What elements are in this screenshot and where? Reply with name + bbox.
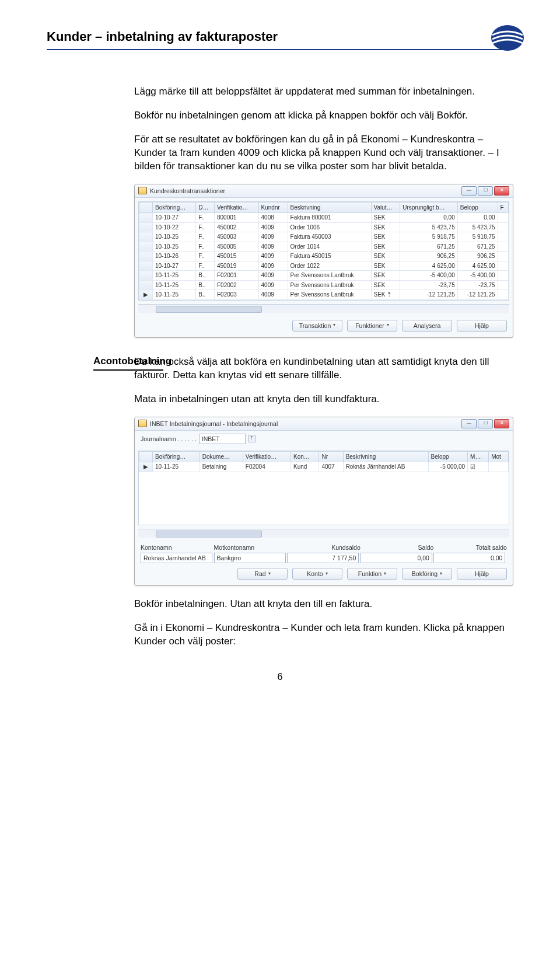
journal-name-field[interactable]: INBET xyxy=(199,434,246,444)
column-header[interactable]: Kundnr xyxy=(258,202,288,213)
horizontal-scrollbar[interactable] xyxy=(138,304,509,313)
saldo-label: Saldo xyxy=(360,543,434,552)
kontonamn-value: Roknäs Järnhandel AB xyxy=(141,553,212,563)
brand-logo xyxy=(490,23,525,53)
chevron-down-icon: ▾ xyxy=(387,322,389,329)
header-rule xyxy=(47,49,513,50)
table-row[interactable]: ▶10-11-25B..F020034009Per Svenssons Lant… xyxy=(139,290,509,300)
table-row[interactable]: ▶10-11-25BetalningF02004Kund4007Roknäs J… xyxy=(139,462,509,472)
table-row[interactable]: 10-11-25B..F020014009Per Svenssons Lantb… xyxy=(139,271,509,281)
column-header[interactable]: Dokume… xyxy=(200,451,243,462)
totalt-value: 0,00 xyxy=(433,553,505,563)
table-row[interactable]: 10-10-25F..4500034009Faktura 450003SEK5 … xyxy=(139,232,509,242)
kontonamn-label: Kontonamn xyxy=(141,543,214,552)
column-header[interactable]: F xyxy=(498,202,508,213)
funktion-button[interactable]: Funktion▾ xyxy=(347,568,397,580)
saldo-value: 0,00 xyxy=(360,553,432,563)
help-button[interactable]: Hjälp xyxy=(457,568,507,580)
window-title: INBET Inbetalningsjournal - Inbetalnings… xyxy=(150,420,278,428)
column-header[interactable]: Mot xyxy=(489,451,509,462)
kundsaldo-label: Kundsaldo xyxy=(287,543,360,552)
column-header[interactable] xyxy=(139,451,153,462)
window-titlebar: INBET Inbetalningsjournal - Inbetalnings… xyxy=(135,417,513,431)
table-row[interactable]: 10-10-22F..4500024009Order 1006SEK5 423,… xyxy=(139,222,509,232)
chevron-down-icon: ▾ xyxy=(333,322,335,329)
window-titlebar: Kundreskontratransaktioner — ☐ ✕ xyxy=(135,184,513,198)
transaction-button[interactable]: Transaktion▾ xyxy=(292,320,342,332)
column-header[interactable]: Belopp xyxy=(457,202,498,213)
page-title: Kunder – inbetalning av fakturaposter xyxy=(47,29,513,44)
column-header[interactable]: Belopp xyxy=(428,451,468,462)
maximize-button[interactable]: ☐ xyxy=(478,419,493,428)
table-row[interactable]: 10-10-27F..8000014008Faktura 800001SEK0,… xyxy=(139,213,509,223)
page-number: 6 xyxy=(47,672,513,682)
kundsaldo-value: 7 177,50 xyxy=(287,553,359,563)
column-header[interactable]: Kon… xyxy=(290,451,318,462)
analyze-button[interactable]: Analysera xyxy=(402,320,452,332)
window-icon xyxy=(138,187,147,194)
column-header[interactable]: Beskrivning xyxy=(288,202,371,213)
totalt-label: Totalt saldo xyxy=(433,543,507,552)
journal-name-label: Journalnamn . . . . . . xyxy=(141,435,197,443)
journal-table[interactable]: Bokföring…Dokume…Verifikatio…Kon…NrBeskr… xyxy=(139,451,509,472)
column-header[interactable]: Bokföring… xyxy=(153,451,200,462)
column-header[interactable]: Verifikatio… xyxy=(243,451,290,462)
chevron-down-icon: ▾ xyxy=(384,571,386,577)
column-header[interactable]: Nr xyxy=(319,451,343,462)
window-title: Kundreskontratransaktioner xyxy=(150,187,225,195)
column-header[interactable] xyxy=(139,202,153,213)
minimize-button[interactable]: — xyxy=(461,419,477,428)
chevron-down-icon: ▾ xyxy=(268,571,271,577)
aconto-p1: Du kan också välja att bokföra en kundin… xyxy=(134,355,513,382)
help-button[interactable]: Hjälp xyxy=(457,320,507,332)
intro-p2: Bokför nu inbetalningen genom att klicka… xyxy=(134,109,513,123)
rad-button[interactable]: Rad▾ xyxy=(237,568,288,580)
table-row[interactable]: 10-10-27F..4500194009Order 1022SEK4 625,… xyxy=(139,261,509,271)
transactions-table[interactable]: Bokföring…D…Verifikatio…KundnrBeskrivnin… xyxy=(139,202,509,300)
close-button[interactable]: ✕ xyxy=(494,186,509,196)
motkontonamn-label: Motkontonamn xyxy=(214,543,288,552)
aconto-p2: Mata in inbetalningen utan att knyta den… xyxy=(134,393,513,406)
column-header[interactable]: Ursprungligt b… xyxy=(400,202,457,213)
table-row[interactable]: 10-11-25B..F020024009Per Svenssons Lantb… xyxy=(139,280,509,290)
bokforing-button[interactable]: Bokföring▾ xyxy=(402,568,452,580)
outro-p2: Gå in i Ekonomi – Kundreskontra – Kunder… xyxy=(134,622,513,648)
maximize-button[interactable]: ☐ xyxy=(478,186,493,196)
intro-p3: För att se resultatet av bokföringen kan… xyxy=(134,133,513,173)
functions-button[interactable]: Funktioner▾ xyxy=(347,320,397,332)
motkontonamn-value: Bankgiro xyxy=(214,553,286,563)
chevron-down-icon: ▾ xyxy=(440,571,442,577)
konto-button[interactable]: Konto▾ xyxy=(292,568,342,580)
column-header[interactable]: Beskrivning xyxy=(343,451,428,462)
column-header[interactable]: D… xyxy=(196,202,215,213)
intro-p1: Lägg märke till att beloppsfältet är upp… xyxy=(134,85,513,99)
column-header[interactable]: Valut… xyxy=(371,202,400,213)
minimize-button[interactable]: — xyxy=(461,186,477,196)
window-icon xyxy=(138,420,147,427)
column-header[interactable]: Verifikatio… xyxy=(215,202,259,213)
close-button[interactable]: ✕ xyxy=(494,419,509,428)
column-header[interactable]: Bokföring… xyxy=(153,202,196,213)
journal-window: INBET Inbetalningsjournal - Inbetalnings… xyxy=(134,417,513,587)
transactions-window: Kundreskontratransaktioner — ☐ ✕ Bokföri… xyxy=(134,184,513,338)
horizontal-scrollbar[interactable] xyxy=(138,529,509,538)
table-row[interactable]: 10-10-25F..4500054009Order 1014SEK671,25… xyxy=(139,242,509,252)
lookup-icon[interactable]: ⇡ xyxy=(248,435,256,442)
table-row[interactable]: 10-10-26F..4500154009Faktura 450015SEK90… xyxy=(139,252,509,261)
chevron-down-icon: ▾ xyxy=(326,571,328,577)
section-label-aconto: Acontobetalning xyxy=(93,355,175,371)
column-header[interactable]: M… xyxy=(468,451,489,462)
outro-p1: Bokför inbetalningen. Utan att knyta den… xyxy=(134,598,513,611)
